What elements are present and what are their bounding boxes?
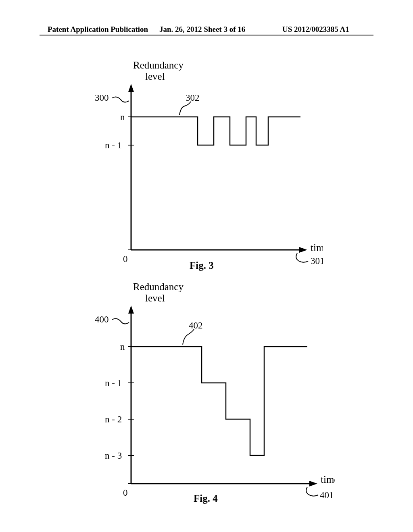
fig3-ref-yaxis: 300 [95,93,109,103]
figure-4-svg: Redundancy level 400 n n - 1 n - 2 n - 3… [77,282,335,512]
fig4-tick-n1-label: n - 1 [105,378,122,388]
fig4-origin-label: 0 [123,488,128,498]
fig3-x-arrow-icon [299,247,307,253]
fig3-callout-yaxis [112,97,129,102]
header-rule [40,35,373,35]
fig4-tick-n3-label: n - 3 [105,451,122,461]
fig4-x-arrow-icon [309,481,317,486]
patent-page: Patent Application Publication Jan. 26, … [0,0,413,532]
fig4-ylabel-2: level [145,293,165,303]
fig3-ylabel-2: level [145,71,165,82]
fig4-ref-yaxis: 400 [95,314,109,324]
fig4-callout-xaxis [306,487,318,496]
fig3-callout-xaxis [296,253,308,262]
fig3-ylabel-1: Redundancy [133,60,184,71]
fig3-tick-n-label: n [120,112,125,122]
fig4-tick-n-label: n [120,342,125,352]
fig3-origin-label: 0 [123,254,128,264]
figure-4: Redundancy level 400 n n - 1 n - 2 n - 3… [77,282,335,512]
fig3-ref-curve: 302 [186,93,200,103]
fig3-y-arrow-icon [128,84,134,92]
fig4-ylabel-1: Redundancy [133,282,184,292]
fig3-callout-curve [179,102,191,115]
fig4-xlabel: time [321,474,335,485]
fig4-curve [131,347,307,455]
fig4-tick-n2-label: n - 2 [105,414,122,424]
fig4-callout-yaxis [112,318,129,324]
figure-3-svg: Redundancy level 300 n n - 1 0 302 [77,60,323,274]
figure-3: Redundancy level 300 n n - 1 0 302 [77,60,323,274]
fig3-xlabel: time [311,242,323,253]
fig4-y-arrow-icon [128,305,134,314]
fig4-caption: Fig. 4 [194,493,218,504]
fig3-tick-n1-label: n - 1 [105,140,122,150]
fig4-callout-curve [183,329,194,345]
header-right: US 2012/0023385 A1 [282,25,413,34]
fig4-ref-xaxis: 401 [320,490,334,500]
fig3-ref-xaxis: 301 [311,256,323,266]
fig4-ref-curve: 402 [189,320,203,330]
fig3-curve [131,117,300,145]
fig3-caption: Fig. 3 [190,260,214,271]
